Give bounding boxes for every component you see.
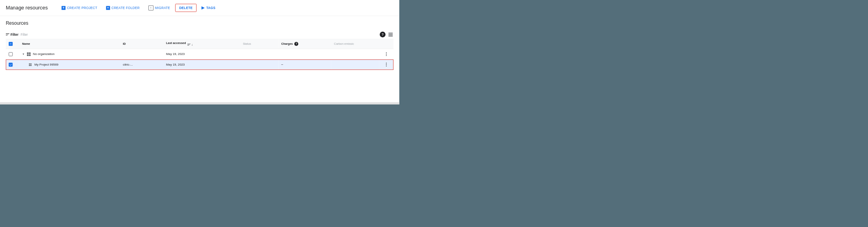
minus-icon xyxy=(9,43,12,45)
td-actions-1 xyxy=(379,49,393,59)
td-name-1: ▼ No organization xyxy=(19,49,120,59)
th-checkbox xyxy=(6,39,19,49)
td-carbon-2 xyxy=(331,59,379,70)
create-project-button[interactable]: + CREATE PROJECT xyxy=(58,4,101,11)
row-checkbox-1[interactable] xyxy=(9,52,13,56)
td-carbon-1 xyxy=(331,49,379,59)
row-checkbox-2[interactable] xyxy=(9,62,13,66)
td-status-2 xyxy=(240,59,279,70)
row-actions-menu-2[interactable] xyxy=(382,62,391,67)
th-carbon: Carbon emissic xyxy=(331,39,379,49)
page-title: Manage resources xyxy=(6,5,48,11)
td-status-1 xyxy=(240,49,279,59)
horizontal-scrollbar[interactable] xyxy=(0,102,399,104)
main-container: Manage resources + CREATE PROJECT + CREA… xyxy=(0,0,399,104)
row-name-2: My Project 99569 xyxy=(35,63,59,66)
section-title: Resources xyxy=(6,20,393,26)
svg-rect-4 xyxy=(29,54,31,56)
svg-point-8 xyxy=(30,65,31,66)
density-icon[interactable] xyxy=(388,32,393,37)
filter-placeholder[interactable]: Filter xyxy=(20,33,28,37)
table-row: ▼ No organization xyxy=(6,49,393,59)
svg-rect-0 xyxy=(10,44,12,44)
td-charges-1 xyxy=(278,49,331,59)
expand-icon-1[interactable]: ▼ xyxy=(22,53,24,55)
td-last-accessed-1: May 19, 2023 xyxy=(163,49,240,59)
charges-dash: – xyxy=(281,63,283,66)
resources-section: Resources Filter Filter ? xyxy=(0,16,399,70)
svg-rect-1 xyxy=(27,52,29,54)
th-id: ID xyxy=(120,39,163,49)
arrow-right-icon: ▶ xyxy=(201,5,205,10)
tags-button[interactable]: ▶ TAGS xyxy=(198,4,219,12)
create-folder-button[interactable]: + CREATE FOLDER xyxy=(102,4,143,11)
row-name-1: No organization xyxy=(33,52,55,56)
th-name: Name xyxy=(19,39,120,49)
filter-bar: Filter Filter ? xyxy=(6,30,393,39)
filter-icon xyxy=(6,33,9,36)
help-icon[interactable]: ? xyxy=(380,32,386,38)
td-id-2: citric-... xyxy=(120,59,163,70)
sort-icon: ↓ xyxy=(187,43,193,46)
td-name-2: My Project 99569 xyxy=(19,59,120,70)
plus-icon: + xyxy=(61,6,65,10)
resources-table: Name ID Last accessed ↓ xyxy=(6,39,393,70)
header-bar: Manage resources + CREATE PROJECT + CREA… xyxy=(0,0,399,16)
td-charges-2: – xyxy=(278,59,331,70)
header-actions: + CREATE PROJECT + CREATE FOLDER ↑ MIGRA… xyxy=(58,4,219,12)
plus-folder-icon: + xyxy=(106,6,110,10)
filter-button[interactable]: Filter xyxy=(6,33,18,37)
delete-button[interactable]: DELETE xyxy=(175,4,196,12)
table-row: My Project 99569 citric-... May 19, 2023… xyxy=(6,59,393,70)
migrate-button[interactable]: ↑ MIGRATE xyxy=(145,4,174,12)
td-checkbox-2 xyxy=(6,59,19,70)
th-last-accessed[interactable]: Last accessed ↓ xyxy=(163,39,240,49)
checkmark-icon xyxy=(9,63,12,66)
td-actions-2 xyxy=(379,59,393,70)
migrate-icon: ↑ xyxy=(148,5,153,11)
td-last-accessed-2: May 19, 2023 xyxy=(163,59,240,70)
project-icon-2 xyxy=(28,62,33,67)
charges-help-icon[interactable]: ? xyxy=(294,42,298,46)
svg-rect-2 xyxy=(29,52,31,54)
th-actions xyxy=(379,39,393,49)
td-id-1 xyxy=(120,49,163,59)
org-icon-1 xyxy=(26,52,31,57)
svg-rect-3 xyxy=(27,54,29,56)
select-all-checkbox[interactable] xyxy=(9,42,13,46)
th-charges: Charges ? xyxy=(278,39,331,49)
svg-point-7 xyxy=(29,65,30,66)
svg-point-6 xyxy=(30,63,31,64)
th-status: Status xyxy=(240,39,279,49)
row-actions-menu-1[interactable] xyxy=(382,51,391,57)
svg-point-5 xyxy=(29,63,30,64)
td-checkbox-1 xyxy=(6,49,19,59)
